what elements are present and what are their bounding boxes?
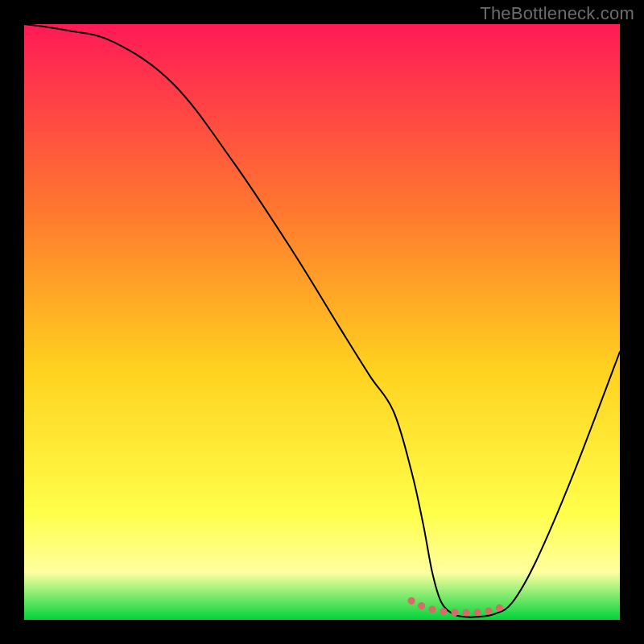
gradient-background (24, 24, 620, 620)
chart-area (24, 24, 620, 620)
watermark-text: TheBottleneck.com (480, 3, 634, 24)
chart-svg (24, 24, 620, 620)
chart-frame: TheBottleneck.com (0, 0, 644, 644)
